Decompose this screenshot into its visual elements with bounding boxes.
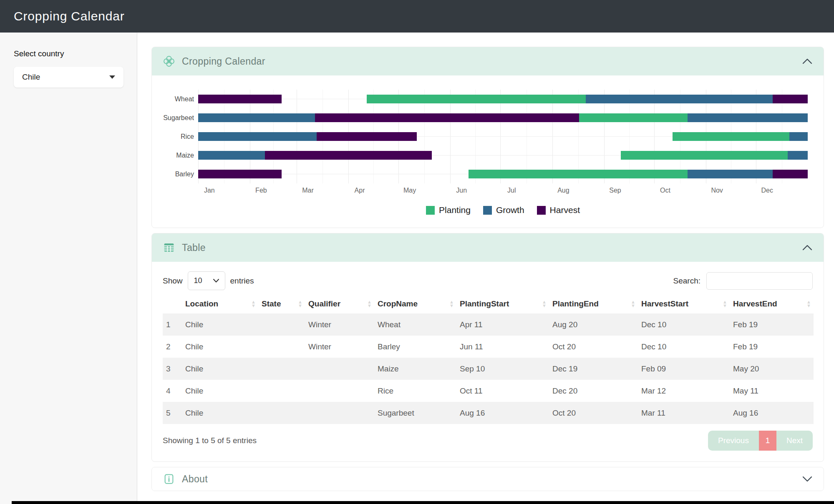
column-header-plantingstart[interactable]: PlantingStart▲▼ (456, 294, 549, 313)
table-cell: Feb 09 (638, 358, 730, 380)
axis-tick-label: Feb (255, 187, 267, 194)
about-card-title: About (182, 474, 208, 485)
legend-item: Growth (483, 205, 524, 215)
current-page-button[interactable]: 1 (759, 431, 776, 451)
chart-bar-segment (579, 113, 688, 122)
table-cell: 3 (163, 358, 182, 380)
chart-collapse-button[interactable] (802, 57, 813, 65)
axis-tick-label: Sep (609, 187, 621, 194)
chart-row: Wheat (198, 90, 808, 108)
axis-tick-label: Mar (302, 187, 314, 194)
table-cell: Oct 11 (456, 380, 549, 402)
table-cell: Sep 10 (456, 358, 549, 380)
axis-tick-label: May (403, 187, 416, 194)
legend-label: Planting (439, 205, 471, 215)
next-page-button[interactable]: Next (776, 431, 813, 451)
table-cell: Feb 19 (730, 336, 814, 358)
table-row[interactable]: 4ChileRiceOct 11Dec 20Mar 12May 11 (163, 380, 814, 402)
sidebar: Select country Chile (0, 33, 137, 504)
column-header-qualifier[interactable]: Qualifier▲▼ (305, 294, 374, 313)
table-cell: Maize (374, 358, 456, 380)
table-cell: 1 (163, 313, 182, 336)
sort-icon: ▲▼ (542, 300, 547, 308)
chevron-down-icon (802, 476, 812, 482)
table-cell (258, 313, 305, 336)
table-cell: Jun 11 (456, 336, 549, 358)
axis-tick-label: Dec (761, 187, 773, 194)
chart-row: Barley (198, 165, 808, 183)
table-cell: Feb 19 (730, 313, 814, 336)
legend-swatch-icon (537, 206, 546, 215)
chart-row-label: Wheat (175, 90, 194, 108)
axis-tick-label: Nov (711, 187, 723, 194)
chart-bar-segment (773, 95, 808, 103)
chart-card: Cropping Calendar WheatSugarbeetRiceMaiz… (151, 47, 824, 228)
table-cell: Dec 10 (638, 336, 730, 358)
chart-row-label: Rice (181, 127, 194, 146)
table-cell: Mar 11 (638, 402, 730, 424)
chart-legend: PlantingGrowthHarvest (198, 205, 808, 215)
column-header-state[interactable]: State▲▼ (258, 294, 305, 313)
chart-bar-segment (198, 95, 282, 103)
table-cell (258, 402, 305, 424)
search-label: Search: (673, 276, 700, 286)
axis-tick-label: Jan (204, 187, 215, 194)
chart-bar-segment (315, 113, 579, 122)
table-cell: May 20 (730, 358, 814, 380)
sort-icon: ▲▼ (806, 300, 811, 308)
chart-bar-segment (198, 132, 317, 141)
table-cell: Aug 16 (730, 402, 814, 424)
column-header-cropname[interactable]: CropName▲▼ (374, 294, 456, 313)
chart-bar-segment (469, 170, 687, 178)
table-cell: Dec 10 (638, 313, 730, 336)
table-cell: Mar 12 (638, 380, 730, 402)
table-card-header[interactable]: Table (152, 233, 824, 262)
table-cell: Apr 11 (456, 313, 549, 336)
cropping-calendar-chart: WheatSugarbeetRiceMaizeBarley JanFebMarA… (152, 75, 824, 228)
about-card-header[interactable]: About (152, 467, 824, 491)
table-cell: Sugarbeet (374, 402, 456, 424)
table-cell: May 11 (730, 380, 814, 402)
sort-icon: ▲▼ (723, 300, 727, 308)
page-size-select[interactable]: 10 (188, 271, 225, 290)
table-cell: Chile (182, 380, 258, 402)
chart-card-header[interactable]: Cropping Calendar (152, 47, 824, 75)
table-info: Showing 1 to 5 of 5 entries (163, 436, 257, 445)
chart-bar-segment (198, 151, 265, 160)
country-select[interactable]: Chile (14, 67, 123, 88)
table-row[interactable]: 5ChileSugarbeetAug 16Oct 20Mar 11Aug 16 (163, 402, 814, 424)
chart-bar-segment (621, 151, 788, 160)
chevron-up-icon (802, 245, 812, 251)
previous-page-button[interactable]: Previous (708, 431, 759, 451)
column-header-location[interactable]: Location▲▼ (182, 294, 258, 313)
chart-bar-segment (688, 170, 773, 178)
app-header: Cropping Calendar (0, 0, 834, 33)
search-input[interactable] (706, 272, 813, 290)
table-cell: Dec 19 (549, 358, 638, 380)
chart-bar-segment (198, 113, 315, 122)
table-cell: 2 (163, 336, 182, 358)
column-header-harvestend[interactable]: HarvestEnd▲▼ (730, 294, 814, 313)
sort-icon: ▲▼ (298, 300, 302, 308)
legend-item: Harvest (537, 205, 580, 215)
crops-data-table: Location▲▼State▲▼Qualifier▲▼CropName▲▼Pl… (163, 294, 814, 424)
axis-tick-label: Jun (456, 187, 467, 194)
country-select-label: Select country (14, 49, 123, 58)
info-icon (163, 473, 175, 485)
axis-tick-label: Jul (507, 187, 516, 194)
table-collapse-button[interactable] (802, 243, 813, 252)
table-row[interactable]: 3ChileMaizeSep 10Dec 19Feb 09May 20 (163, 358, 814, 380)
column-header-harveststart[interactable]: HarvestStart▲▼ (638, 294, 730, 313)
table-card: Table Show 10 entries (151, 233, 824, 462)
chart-bar-segment (586, 95, 773, 103)
chart-card-title: Cropping Calendar (182, 56, 265, 67)
flower-icon (163, 55, 175, 68)
axis-tick-label: Apr (355, 187, 365, 194)
app-title: Cropping Calendar (14, 9, 124, 23)
sort-icon: ▲▼ (367, 300, 372, 308)
show-label: Show (163, 276, 183, 286)
about-collapse-button[interactable] (802, 475, 813, 483)
table-row[interactable]: 2ChileWinterBarleyJun 11Oct 20Dec 10Feb … (163, 336, 814, 358)
column-header-plantingend[interactable]: PlantingEnd▲▼ (549, 294, 638, 313)
table-row[interactable]: 1ChileWinterWheatApr 11Aug 20Dec 10Feb 1… (163, 313, 814, 336)
